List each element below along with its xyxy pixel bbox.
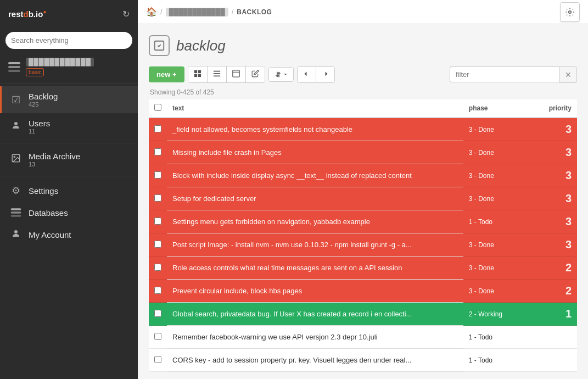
next-last-button[interactable] (316, 67, 334, 82)
row-priority: 3 (529, 210, 577, 233)
data-table: text phase priority _field not allowed, … (149, 99, 577, 372)
row-checkbox[interactable] (154, 218, 161, 225)
nav-divider-1 (0, 83, 138, 83)
row-priority: 2 (529, 280, 577, 303)
row-priority: 1 (529, 303, 577, 326)
breadcrumb-current: BACKLOG (237, 8, 272, 16)
row-priority: 3 (529, 118, 577, 141)
nav-divider-3 (0, 176, 138, 176)
row-checkbox[interactable] (154, 241, 161, 248)
row-text: Missing include file crash in Pages (167, 141, 463, 164)
page-title-row: backlog (149, 35, 577, 56)
sidebar-item-media[interactable]: Media Archive 13 (0, 146, 138, 173)
home-icon[interactable]: 🏠 (146, 7, 157, 17)
breadcrumb-sep-1: / (160, 8, 163, 16)
row-priority: 3 (529, 233, 577, 257)
header-checkbox (149, 99, 167, 118)
refresh-icon[interactable]: ↻ (122, 9, 130, 19)
row-text: _field not allowed, becomes systemfields… (167, 118, 463, 141)
db-selector[interactable]: ████████████ basic (0, 53, 138, 80)
row-checkbox[interactable] (154, 264, 161, 271)
row-checkbox-cell (149, 233, 167, 257)
search-input[interactable] (5, 32, 132, 49)
import-export-button[interactable] (269, 68, 293, 81)
sidebar-item-account[interactable]: My Account (0, 223, 138, 247)
list-view-button[interactable] (208, 66, 227, 82)
card-view-button[interactable] (227, 66, 246, 82)
svg-point-0 (14, 122, 18, 125)
sidebar-item-settings[interactable]: ⚙ Settings (0, 179, 138, 202)
row-priority: 2 (529, 257, 577, 280)
page-title: backlog (176, 37, 226, 54)
account-icon (10, 228, 22, 241)
svg-rect-13 (232, 70, 239, 77)
row-text: Prevent circular include, block hbs page… (167, 280, 463, 303)
breadcrumb-db[interactable]: ████████████ (166, 8, 228, 16)
row-priority: 1 (529, 349, 577, 372)
sidebar-item-users[interactable]: Users 11 (0, 113, 138, 140)
svg-rect-8 (194, 74, 197, 77)
search-container (0, 27, 138, 53)
sidebar-item-databases[interactable]: Databases (0, 202, 138, 223)
row-checkbox-cell (149, 280, 167, 303)
gear-button[interactable] (560, 2, 580, 22)
row-checkbox-cell (149, 303, 167, 326)
backlog-label: Backlog (29, 92, 58, 101)
row-checkbox-cell (149, 210, 167, 233)
table-row: Prevent circular include, block hbs page… (149, 280, 577, 303)
row-checkbox[interactable] (154, 171, 161, 179)
media-count: 13 (29, 161, 80, 168)
media-label: Media Archive (29, 152, 80, 161)
table-row: CORS key - add to session property pr. k… (149, 349, 577, 372)
svg-point-4 (569, 10, 572, 13)
edit-button[interactable] (246, 66, 265, 82)
sidebar: restdb.io● ↻ ████████████ basic ☑ Backlo… (0, 0, 138, 379)
main-content: 🏠 / ████████████ / BACKLOG backlog (138, 0, 588, 379)
page-icon (149, 35, 170, 56)
row-text: Global search, privatedata bug. If User … (167, 303, 463, 326)
grid-view-button[interactable] (188, 66, 208, 82)
row-checkbox[interactable] (154, 310, 161, 317)
prev-first-button[interactable] (298, 67, 316, 82)
databases-icon (10, 208, 22, 218)
sidebar-logo: restdb.io● (8, 9, 46, 19)
row-checkbox-cell (149, 141, 167, 164)
svg-rect-11 (213, 73, 220, 74)
row-phase: 3 - Done (463, 187, 529, 210)
svg-rect-7 (198, 70, 200, 73)
new-button[interactable]: new + (149, 66, 184, 82)
row-checkbox[interactable] (154, 287, 161, 294)
row-checkbox-cell (149, 187, 167, 210)
row-checkbox[interactable] (154, 125, 161, 132)
users-label: Users (29, 119, 50, 128)
row-checkbox[interactable] (154, 148, 161, 155)
row-checkbox-cell (149, 164, 167, 187)
row-checkbox[interactable] (154, 356, 161, 363)
breadcrumb-sep-2: / (232, 8, 234, 16)
table-row: Role access controls what real time mess… (149, 257, 577, 280)
table-row: Block with include inside display async … (149, 164, 577, 187)
account-label: My Account (29, 230, 71, 239)
select-all-checkbox[interactable] (154, 104, 161, 111)
row-text: Role access controls what real time mess… (167, 257, 463, 280)
databases-label: Databases (29, 208, 68, 218)
settings-label: Settings (29, 186, 58, 196)
row-text: Post script image: - install nvm - nvm u… (167, 233, 463, 257)
nav-divider-2 (0, 143, 138, 143)
row-phase: 1 - Todo (463, 210, 529, 233)
row-checkbox[interactable] (154, 194, 161, 202)
sidebar-nav: ☑ Backlog 425 Users 11 Media Archive (0, 86, 138, 379)
toolbar: new + (149, 66, 577, 83)
row-text: Block with include inside display async … (167, 164, 463, 187)
filter-input[interactable] (450, 66, 559, 82)
row-text: Remember facebook-warning we use API ver… (167, 326, 463, 349)
view-toggle-group (188, 66, 265, 83)
filter-clear-button[interactable]: ✕ (559, 66, 577, 83)
row-priority: 3 (529, 187, 577, 210)
showing-text: Showing 0-425 of 425 (149, 88, 577, 96)
sidebar-item-backlog[interactable]: ☑ Backlog 425 (0, 86, 138, 113)
nav-group (297, 66, 335, 83)
row-checkbox[interactable] (154, 333, 161, 340)
table-row: Setup for dedicated server 3 - Done 3 (149, 187, 577, 210)
table-body: _field not allowed, becomes systemfields… (149, 118, 577, 372)
